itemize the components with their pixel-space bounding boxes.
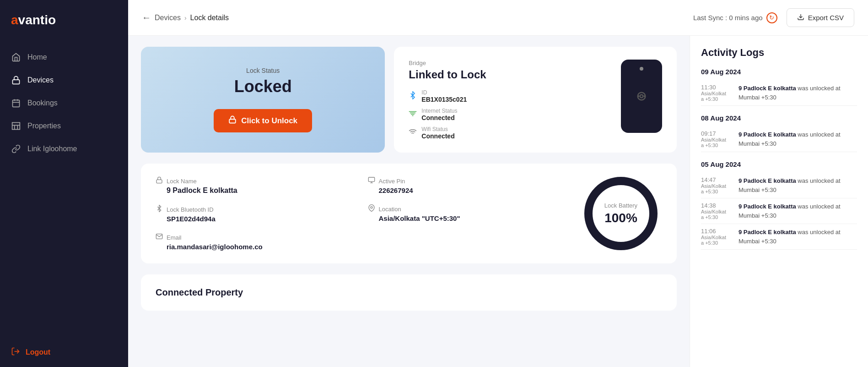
svg-point-15	[640, 95, 643, 98]
location-label: Location	[379, 206, 401, 213]
bridge-wifi-row: Wifi Status Connected	[409, 126, 486, 140]
lock-status-value: Locked	[234, 77, 292, 96]
bridge-id-row: ID EB1X0135c021	[409, 89, 486, 103]
logo-text: avantio	[11, 13, 56, 27]
padlock-icon	[156, 176, 163, 186]
export-csv-label: Export CSV	[808, 14, 844, 22]
log-time: 14:47 Asia/Kolkat a +5:30	[701, 176, 733, 194]
lock-name-item: Lock Name 9 Padlock E kolkatta	[156, 176, 350, 195]
email-label: Email	[167, 234, 182, 241]
lock-details-col-right: Active Pin 226267924 Location Asia/Kolka…	[368, 176, 562, 251]
log-device: 9 Padlock E kolkatta	[739, 85, 796, 92]
sidebar: avantio Home Devices Bookings	[0, 0, 128, 367]
lock-btn-icon	[228, 115, 237, 126]
log-item: 11:06 Asia/Kolkat a +5:30 9 Padlock E ko…	[701, 224, 857, 250]
pin-value: 226267924	[368, 186, 562, 194]
sidebar-item-devices[interactable]: Devices	[0, 69, 128, 92]
battery-col: Lock Battery 100%	[580, 176, 662, 251]
log-device: 9 Padlock E kolkatta	[739, 177, 796, 184]
link-icon	[11, 144, 21, 154]
activity-panel: Activity Logs 09 Aug 2024 11:30 Asia/Kol…	[690, 36, 868, 367]
log-desc: 9 Padlock E kolkatta was unlocked at Mum…	[739, 84, 857, 102]
bridge-id-value: EB1X0135c021	[421, 96, 467, 103]
log-time: 14:38 Asia/Kolkat a +5:30	[701, 202, 733, 220]
download-icon	[797, 13, 804, 22]
internet-icon	[409, 110, 417, 120]
lock-location-item: Location Asia/Kolkata "UTC+5:30"	[368, 204, 562, 222]
connected-property-title: Connected Property	[156, 287, 662, 298]
svg-rect-8	[230, 119, 236, 123]
svg-rect-19	[368, 177, 374, 181]
bridge-phone-image	[621, 60, 662, 133]
breadcrumb-devices[interactable]: Devices	[155, 14, 181, 22]
lock-status-label: Lock Status	[246, 67, 280, 74]
sidebar-item-link[interactable]: Link Igloohome	[0, 137, 128, 160]
lock-details-col-left: Lock Name 9 Padlock E kolkatta Lock Blue…	[156, 176, 350, 251]
internet-label: Internet Status	[421, 108, 457, 114]
log-device: 9 Padlock E kolkatta	[739, 203, 796, 210]
click-to-unlock-button[interactable]: Click to Unlock	[214, 109, 312, 132]
bluetooth-lock-icon	[156, 205, 163, 214]
svg-point-17	[644, 96, 645, 97]
sidebar-item-devices-label: Devices	[27, 76, 54, 84]
activity-logs-title: Activity Logs	[701, 47, 857, 59]
location-icon	[368, 204, 375, 214]
log-item: 11:30 Asia/Kolkat a +5:30 9 Padlock E ko…	[701, 80, 857, 106]
svg-point-22	[371, 207, 372, 208]
log-item: 09:17 Asia/Kolkat a +5:30 9 Padlock E ko…	[701, 126, 857, 152]
log-time: 09:17 Asia/Kolkat a +5:30	[701, 130, 733, 148]
sync-icon: ↻	[766, 12, 777, 23]
last-sync: Last Sync : 0 mins ago ↻	[693, 12, 777, 23]
bluetooth-icon	[409, 91, 417, 102]
email-icon	[156, 233, 163, 242]
sidebar-item-link-label: Link Igloohome	[27, 145, 77, 153]
svg-point-16	[638, 96, 639, 97]
log-item: 14:38 Asia/Kolkat a +5:30 9 Padlock E ko…	[701, 198, 857, 224]
battery-label: Lock Battery	[604, 202, 637, 209]
calendar-icon	[11, 98, 21, 108]
wifi-label: Wifi Status	[421, 126, 454, 132]
pin-icon	[368, 176, 375, 186]
activity-date-0: 09 Aug 2024	[701, 68, 857, 76]
bridge-info: Bridge Linked to Lock ID	[409, 60, 486, 140]
lock-pin-item: Active Pin 226267924	[368, 176, 562, 194]
lock-icon	[11, 75, 21, 85]
bluetooth-value: SP1E02d4d94a	[156, 215, 350, 223]
bridge-card: Bridge Linked to Lock ID	[394, 47, 677, 153]
wifi-icon	[409, 128, 417, 138]
sidebar-nav: Home Devices Bookings Properties	[0, 40, 128, 338]
lock-email-item: Email ria.mandasari@igloohome.co	[156, 233, 350, 251]
svg-rect-1	[13, 100, 20, 107]
activity-date-group-1: 08 Aug 2024 09:17 Asia/Kolkat a +5:30 9 …	[701, 114, 857, 152]
click-to-unlock-label: Click to Unlock	[241, 116, 297, 126]
activity-date-group-2: 05 Aug 2024 14:47 Asia/Kolkat a +5:30 9 …	[701, 160, 857, 250]
pin-label: Active Pin	[379, 178, 405, 185]
center-section: Lock Status Locked Click to Unlock Bridg…	[128, 36, 690, 367]
back-button[interactable]: ←	[142, 12, 151, 23]
phone-dot	[640, 67, 643, 71]
logout-button[interactable]: Logout	[0, 338, 128, 367]
lock-status-card: Lock Status Locked Click to Unlock	[141, 47, 385, 153]
export-csv-button[interactable]: Export CSV	[787, 8, 854, 27]
sidebar-item-home-label: Home	[27, 53, 47, 61]
internet-value: Connected	[421, 114, 457, 121]
sidebar-item-bookings[interactable]: Bookings	[0, 92, 128, 115]
sidebar-item-properties-label: Properties	[27, 122, 61, 130]
header-right: Last Sync : 0 mins ago ↻ Export CSV	[693, 8, 854, 27]
bridge-internet-row: Internet Status Connected	[409, 108, 486, 121]
log-item: 14:47 Asia/Kolkat a +5:30 9 Padlock E ko…	[701, 173, 857, 198]
svg-rect-0	[13, 80, 20, 84]
svg-rect-5	[12, 123, 20, 130]
svg-rect-18	[156, 180, 162, 183]
breadcrumb: ← Devices › Lock details	[142, 12, 229, 23]
sidebar-item-home[interactable]: Home	[0, 46, 128, 69]
activity-date-2: 05 Aug 2024	[701, 160, 857, 168]
wifi-value: Connected	[421, 132, 454, 140]
log-device: 9 Padlock E kolkatta	[739, 131, 796, 138]
sidebar-item-properties[interactable]: Properties	[0, 115, 128, 137]
logo: avantio	[0, 0, 128, 40]
last-sync-label: Last Sync : 0 mins ago	[693, 14, 763, 22]
log-device: 9 Padlock E kolkatta	[739, 229, 796, 236]
lock-details-card: Lock Name 9 Padlock E kolkatta Lock Blue…	[141, 164, 677, 263]
building-icon	[11, 121, 21, 131]
